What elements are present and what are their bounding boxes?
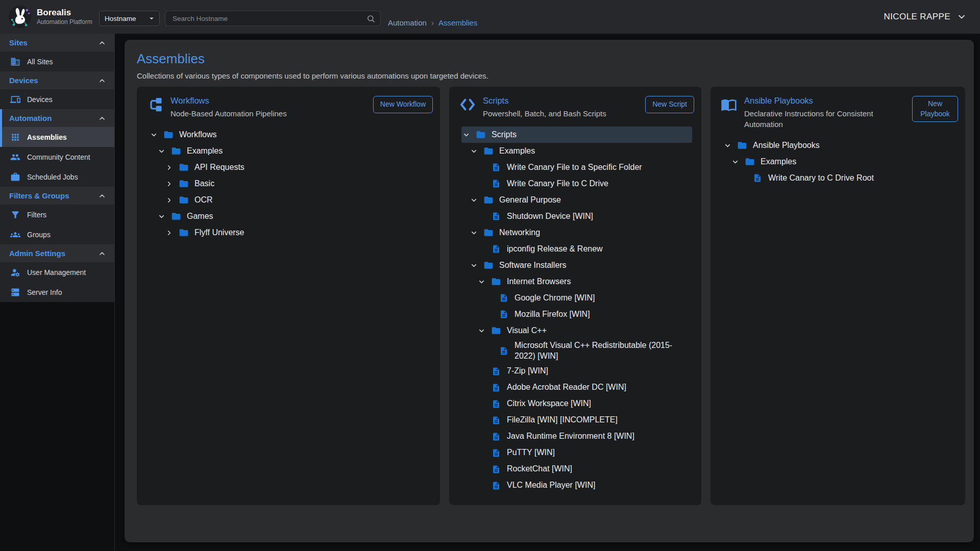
sidebar-section-filters-groups: Filters & GroupsFiltersGroups (0, 187, 114, 244)
tree-item-label: Workflows (179, 128, 217, 142)
sidebar-section-admin-settings: Admin SettingsUser ManagementServer Info (0, 244, 114, 302)
chevron-right-icon[interactable] (165, 229, 179, 237)
user-name: NICOLE RAPPE (884, 12, 950, 22)
search-input[interactable] (172, 14, 366, 23)
chevron-down-icon[interactable] (158, 147, 171, 155)
sidebar-section-header-filters-groups[interactable]: Filters & Groups (0, 187, 114, 205)
chevron-right-icon[interactable] (165, 164, 179, 171)
tree-item-examples[interactable]: Examples (149, 143, 431, 159)
new-workflow-button[interactable]: New Workflow (373, 96, 433, 113)
file-icon (499, 346, 509, 356)
sidebar-section-automation: AutomationAssembliesCommunity ContentSch… (0, 109, 114, 187)
tree-item-ipconfig-release-renew[interactable]: ipconfig Release & Renew (461, 241, 692, 257)
tree-item-java-runtime-environment-8-win[interactable]: Java Runtime Environment 8 [WIN] (461, 429, 692, 445)
tree-item-putty-win[interactable]: PuTTY [WIN] (461, 445, 692, 461)
tree-item-label: Write Canary File to C Drive (507, 177, 608, 191)
chevron-down-icon[interactable] (478, 278, 491, 286)
sidebar-item-filters[interactable]: Filters (0, 205, 114, 224)
chevron-down-icon[interactable] (470, 262, 483, 269)
building-icon (10, 57, 20, 67)
sidebar-item-user-management[interactable]: User Management (0, 262, 114, 282)
tree-item-7-zip-win[interactable]: 7-Zip [WIN] (461, 363, 692, 380)
tree-item-basic[interactable]: Basic (149, 176, 431, 192)
tree-item-flyff-universe[interactable]: Flyff Universe (149, 224, 431, 241)
tree-item-examples[interactable]: Examples (723, 154, 956, 170)
tree-item-ansible-playbooks[interactable]: Ansible Playbooks (723, 137, 956, 154)
folder-icon (179, 228, 189, 238)
tree-item-label: OCR (194, 193, 213, 207)
sidebar-item-assemblies[interactable]: Assemblies (0, 127, 114, 147)
chevron-down-icon[interactable] (470, 147, 483, 155)
sidebar-section-header-sites[interactable]: Sites (0, 34, 114, 52)
chevron-down-icon[interactable] (731, 158, 745, 166)
sidebar-section-header-admin-settings[interactable]: Admin Settings (0, 244, 114, 262)
folder-icon (171, 146, 181, 156)
chevron-down-icon[interactable] (462, 131, 476, 139)
chevron-up-icon (98, 39, 106, 47)
hostname-searchbox (165, 11, 381, 26)
new-playbook-button[interactable]: New Playbook (912, 96, 958, 122)
tree-item-software-installers[interactable]: Software Installers (461, 257, 692, 273)
sidebar-item-all-sites[interactable]: All Sites (0, 52, 114, 71)
chevron-right-icon[interactable] (165, 196, 179, 204)
tree-item-write-canary-to-c-drive-root[interactable]: Write Canary to C Drive Root (723, 170, 956, 186)
tree-item-label: Write Canary File to a Specific Folder (507, 161, 642, 174)
tree-item-networking[interactable]: Networking (461, 224, 692, 241)
tree-item-shutdown-device-win[interactable]: Shutdown Device [WIN] (461, 208, 692, 224)
tree-item-label: Software Installers (499, 259, 567, 272)
tree-item-mozilla-firefox-win[interactable]: Mozilla Firefox [WIN] (461, 306, 692, 322)
sidebar-item-groups[interactable]: Groups (0, 224, 114, 244)
sidebar-item-devices[interactable]: Devices (0, 89, 114, 109)
tree-item-filezilla-win-incomplete[interactable]: FileZilla [WIN] [INCOMPLETE] (461, 412, 692, 429)
chevron-down-icon[interactable] (158, 213, 171, 220)
file-icon (499, 310, 509, 319)
tree-item-label: RocketChat [WIN] (507, 462, 572, 476)
sidebar-item-community-content[interactable]: Community Content (0, 147, 114, 167)
chevron-up-icon (98, 192, 106, 200)
chevron-up-icon (98, 249, 106, 258)
tree-item-general-purpose[interactable]: General Purpose (461, 192, 692, 208)
tree-item-rocketchat-win[interactable]: RocketChat [WIN] (461, 461, 692, 478)
user-menu[interactable]: NICOLE RAPPE (884, 12, 967, 22)
tree-item-adobe-acrobat-reader-dc-win[interactable]: Adobe Acrobat Reader DC [WIN] (461, 380, 692, 396)
sidebar-section-header-devices[interactable]: Devices (0, 71, 114, 89)
chevron-right-icon[interactable] (165, 180, 179, 188)
chevron-down-icon[interactable] (470, 229, 483, 237)
tree-item-internet-browsers[interactable]: Internet Browsers (461, 273, 692, 290)
hostname-select[interactable]: Hostname (99, 11, 160, 26)
sidebar-item-server-info[interactable]: Server Info (0, 282, 114, 302)
tree-item-write-canary-file-to-a-specific-folder[interactable]: Write Canary File to a Specific Folder (461, 159, 692, 176)
chevron-down-icon[interactable] (150, 131, 163, 139)
tree-item-google-chrome-win[interactable]: Google Chrome [WIN] (461, 290, 692, 306)
tree-item-games[interactable]: Games (149, 208, 431, 224)
tree-item-ocr[interactable]: OCR (149, 192, 431, 208)
file-icon (491, 448, 501, 458)
tree-item-vlc-media-player-win[interactable]: VLC Media Player [WIN] (461, 478, 692, 494)
sidebar-item-label: Groups (27, 231, 51, 239)
chevron-down-icon[interactable] (478, 327, 491, 335)
breadcrumb-automation[interactable]: Automation (388, 18, 427, 27)
chevron-down-icon[interactable] (724, 142, 737, 149)
tree-item-visual-c[interactable]: Visual C++ (461, 322, 692, 339)
file-icon (491, 244, 501, 254)
tree-item-label: Ansible Playbooks (753, 139, 820, 153)
sidebar-nav: SitesAll SitesDevicesDevicesAutomationAs… (0, 34, 114, 302)
tree-item-write-canary-file-to-c-drive[interactable]: Write Canary File to C Drive (461, 176, 692, 192)
sidebar: SitesAll SitesDevicesDevicesAutomationAs… (0, 34, 115, 551)
tree-item-citrix-workspace-win[interactable]: Citrix Workspace [WIN] (461, 396, 692, 412)
sidebar-section-header-automation[interactable]: Automation (0, 109, 114, 127)
new-script-button[interactable]: New Script (645, 96, 694, 113)
folder-icon (179, 162, 189, 172)
chevron-down-icon[interactable] (470, 196, 483, 204)
tree-item-scripts[interactable]: Scripts (461, 127, 692, 143)
breadcrumb-assemblies: Assemblies (438, 18, 478, 27)
tree-item-workflows[interactable]: Workflows (149, 127, 431, 143)
server-icon (10, 287, 20, 297)
page-title: Assemblies (137, 51, 965, 67)
tree-item-microsoft-visual-c-redistributable-2015-2022-win[interactable]: Microsoft Visual C++ Redistributable (20… (461, 339, 692, 363)
file-icon (491, 212, 501, 221)
sidebar-item-scheduled-jobs[interactable]: Scheduled Jobs (0, 167, 114, 187)
code-icon (459, 96, 476, 113)
tree-item-examples[interactable]: Examples (461, 143, 692, 159)
tree-item-api-requests[interactable]: API Requests (149, 159, 431, 176)
